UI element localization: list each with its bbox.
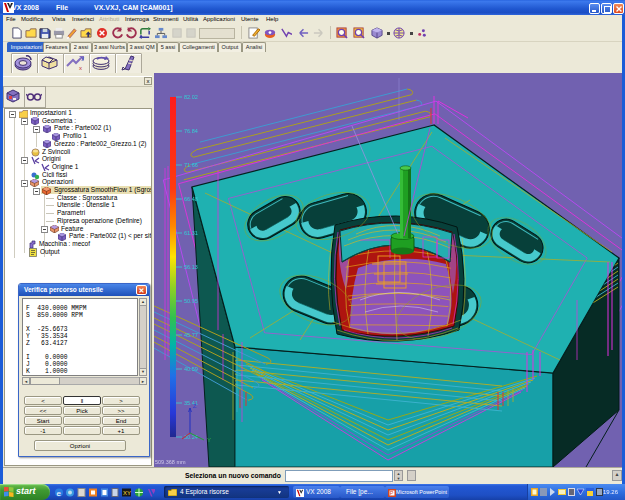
svg-text:XY: XY (123, 490, 131, 496)
svg-text:40.59: 40.59 (184, 366, 198, 372)
svg-text:66.48: 66.48 (184, 196, 198, 202)
svg-text:76.84: 76.84 (184, 128, 198, 134)
svg-text:71.66: 71.66 (184, 162, 198, 168)
svg-text:e: e (57, 489, 62, 498)
svg-text:45.77: 45.77 (184, 332, 198, 338)
svg-text:30.24: 30.24 (184, 434, 198, 440)
svg-text:509.368 mm: 509.368 mm (155, 459, 186, 465)
svg-text:82.02: 82.02 (184, 94, 198, 100)
svg-text:P: P (390, 490, 394, 496)
svg-text:y: y (81, 55, 84, 61)
svg-text:50.95: 50.95 (184, 298, 198, 304)
svg-text:Y: Y (207, 437, 211, 443)
svg-text:61.31: 61.31 (184, 230, 198, 236)
svg-text:56.13: 56.13 (184, 264, 198, 270)
svg-text:x: x (79, 65, 82, 71)
svg-text:Z: Z (193, 403, 197, 409)
